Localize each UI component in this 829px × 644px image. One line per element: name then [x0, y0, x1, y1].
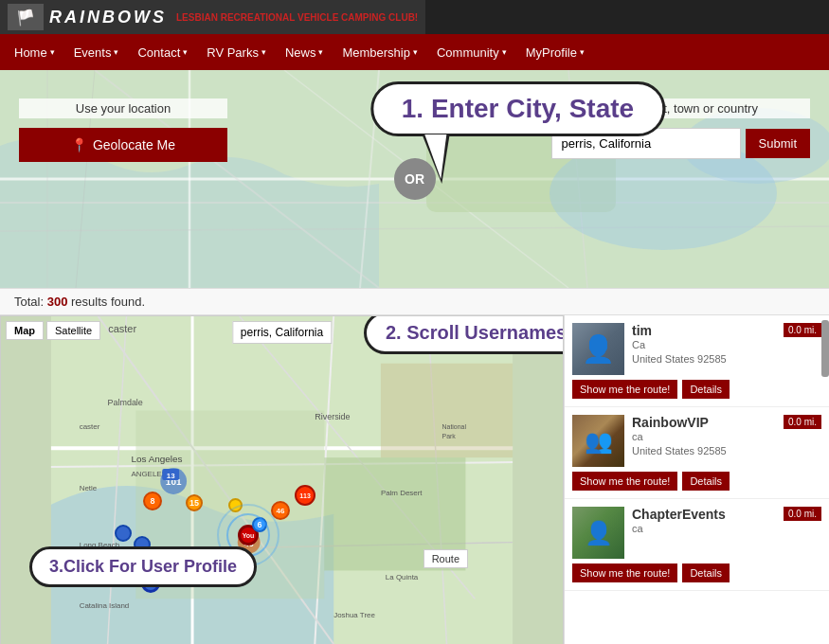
- svg-rect-31: [381, 364, 513, 457]
- mini-map-background: 101 46 Palmdale Los Angeles ANGELES Rive…: [1, 316, 563, 644]
- map-search-section: 1. Enter City, State Use your location 📍…: [0, 70, 829, 288]
- main-nav: Home ▾ Events ▾ Contact ▾ RV Parks ▾ New…: [0, 34, 829, 70]
- callout-1: 1. Enter City, State: [370, 81, 665, 184]
- svg-text:National: National: [442, 423, 467, 430]
- main-content: 101 46 Palmdale Los Angeles ANGELES Rive…: [0, 315, 829, 644]
- svg-text:Catalina Island: Catalina Island: [80, 601, 130, 610]
- nav-home[interactable]: Home ▾: [5, 38, 64, 67]
- user-name[interactable]: ChapterEvents: [632, 507, 726, 522]
- submit-button[interactable]: Submit: [746, 129, 810, 158]
- dropdown-caret: ▾: [502, 47, 507, 57]
- callout-2-text: 2. Scroll Usernames: [386, 322, 564, 343]
- map-dot[interactable]: 15: [186, 494, 203, 511]
- user-actions: Show me the route! Details: [572, 380, 821, 399]
- user-name[interactable]: RainbowVIP: [632, 415, 709, 430]
- user-actions: Show me the route! Details: [572, 472, 821, 491]
- map-dot[interactable]: [115, 525, 132, 542]
- show-route-button[interactable]: Show me the route!: [572, 380, 677, 399]
- user-card: 👤 tim 0.0 mi. Ca United States 92585 Sho…: [565, 315, 829, 407]
- dropdown-caret: ▾: [114, 47, 118, 57]
- map-location-label: perris, California: [232, 321, 332, 344]
- user-info: RainbowVIP 0.0 mi. ca United States 9258…: [632, 415, 821, 459]
- details-button[interactable]: Details: [682, 472, 730, 491]
- show-route-button[interactable]: Show me the route!: [572, 564, 677, 582]
- svg-text:Palmdale: Palmdale: [108, 398, 143, 407]
- svg-text:Palm Desert: Palm Desert: [381, 489, 423, 497]
- user-actions: Show me the route! Details: [572, 564, 821, 582]
- map-toolbar: Map Satellite caster: [6, 321, 141, 340]
- distance-badge: 0.0 mi.: [784, 323, 821, 337]
- user-country: United States 92585: [632, 352, 821, 367]
- user-state: ca: [632, 522, 821, 536]
- results-count: 300: [47, 295, 68, 309]
- show-route-button[interactable]: Show me the route!: [572, 472, 677, 491]
- user-card: 👥 RainbowVIP 0.0 mi. ca United States 92…: [565, 407, 829, 499]
- nav-rvparks[interactable]: RV Parks ▾: [197, 38, 276, 67]
- satellite-view-button[interactable]: Satellite: [46, 321, 100, 340]
- svg-text:caster: caster: [80, 422, 100, 431]
- map-panel[interactable]: 101 46 Palmdale Los Angeles ANGELES Rive…: [0, 315, 564, 644]
- callout-1-text: 1. Enter City, State: [402, 94, 634, 123]
- nav-myprofile[interactable]: MyProfile ▾: [516, 38, 594, 67]
- geolocate-button[interactable]: 📍 Geolocate Me: [19, 128, 227, 162]
- scrollbar-thumb[interactable]: [821, 320, 829, 377]
- nav-events[interactable]: Events ▾: [64, 38, 129, 67]
- distance-badge: 0.0 mi.: [784, 507, 821, 521]
- svg-text:------: ------: [89, 640, 102, 644]
- pin-icon: 📍: [71, 137, 87, 152]
- svg-text:Riverside: Riverside: [315, 412, 350, 421]
- user-name[interactable]: tim: [632, 323, 652, 338]
- geolocate-label: Geolocate Me: [93, 137, 175, 152]
- found-label: results found.: [71, 295, 145, 309]
- user-avatar[interactable]: 👥: [572, 415, 624, 467]
- use-location-label: Use your location: [19, 98, 227, 118]
- svg-text:Los Angeles: Los Angeles: [131, 454, 182, 464]
- user-avatar[interactable]: 👤: [572, 323, 624, 375]
- dropdown-caret: ▾: [261, 47, 266, 57]
- route-button[interactable]: Route: [424, 549, 468, 568]
- tagline: LESBIAN RECREATIONAL VEHICLE CAMPING CLU…: [176, 12, 418, 23]
- details-button[interactable]: Details: [682, 380, 730, 399]
- dropdown-caret: ▾: [183, 47, 188, 57]
- map-search-text: perris, California: [241, 326, 323, 339]
- nav-news[interactable]: News ▾: [276, 38, 333, 67]
- user-info: ChapterEvents 0.0 mi. ca: [632, 507, 821, 536]
- user-country: United States 92585: [632, 444, 821, 458]
- caster-label: caster: [103, 321, 141, 340]
- logo-text: RAINBOWS: [49, 8, 167, 27]
- dropdown-caret: ▾: [318, 47, 323, 57]
- svg-text:Joshua Tree: Joshua Tree: [333, 611, 375, 619]
- results-bar: Total: 300 results found.: [0, 288, 829, 315]
- site-header: 🏳️ RAINBOWS LESBIAN RECREATIONAL VEHICLE…: [0, 0, 829, 34]
- callout-3: 3.Click For User Profile: [29, 546, 257, 587]
- user-info: tim 0.0 mi. Ca United States 92585: [632, 323, 821, 367]
- user-card: 👤 ChapterEvents 0.0 mi. ca Show me the r…: [565, 499, 829, 591]
- nav-contact[interactable]: Contact ▾: [128, 38, 197, 67]
- user-state: Ca: [632, 338, 821, 352]
- location-panel-left: Use your location 📍 Geolocate Me: [19, 98, 227, 162]
- callout-2: 2. Scroll Usernames: [364, 315, 564, 354]
- nav-membership[interactable]: Membership ▾: [333, 38, 427, 67]
- dropdown-caret: ▾: [50, 47, 55, 57]
- users-sidebar[interactable]: 👤 tim 0.0 mi. Ca United States 92585 Sho…: [564, 315, 829, 644]
- distance-badge: 0.0 mi.: [784, 415, 821, 429]
- svg-text:La Quinta: La Quinta: [386, 573, 419, 581]
- dropdown-caret: ▾: [413, 47, 418, 57]
- svg-text:ANGELES: ANGELES: [131, 470, 167, 478]
- user-state: ca: [632, 430, 821, 444]
- user-avatar[interactable]: 👤: [572, 507, 624, 559]
- callout-3-text: 3.Click For User Profile: [49, 557, 237, 576]
- dropdown-caret: ▾: [580, 47, 585, 57]
- svg-text:Netle: Netle: [80, 484, 98, 492]
- nav-community[interactable]: Community ▾: [427, 38, 516, 67]
- svg-text:13: 13: [167, 472, 175, 480]
- svg-text:Park: Park: [442, 433, 457, 439]
- total-label: Total:: [14, 295, 44, 309]
- submit-label: Submit: [759, 136, 797, 151]
- map-dot[interactable]: 8: [143, 492, 162, 510]
- map-dot[interactable]: 113: [295, 485, 315, 506]
- map-view-button[interactable]: Map: [6, 321, 44, 340]
- details-button[interactable]: Details: [682, 564, 730, 582]
